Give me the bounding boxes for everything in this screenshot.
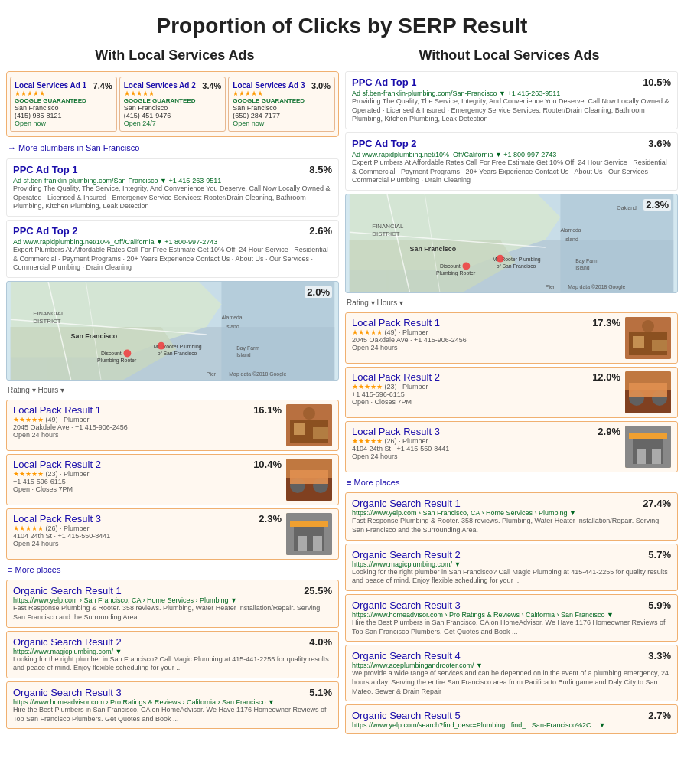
left-lp2-percent: 10.4% bbox=[253, 459, 282, 470]
lsa-ad-1-hours: Open now bbox=[15, 119, 112, 127]
svg-text:Island: Island bbox=[236, 353, 251, 358]
lsa-ad-1-phone: (415) 985-8121 bbox=[15, 112, 112, 119]
left-ppc-ad-1[interactable]: 8.5% PPC Ad Top 1 Ad sf.ben-franklin-plu… bbox=[6, 158, 339, 217]
lsa-ad-1-location: San Francisco bbox=[15, 104, 112, 112]
right-org3-url: https://www.homeadvisor.com › Pro Rating… bbox=[352, 611, 671, 619]
svg-rect-75 bbox=[652, 449, 661, 464]
right-lp1-hours: Open 24 hours bbox=[352, 344, 592, 351]
lsa-ad-3[interactable]: 3.0% Local Services Ad 3 ★★★★★ GOOGLE GU… bbox=[228, 77, 335, 132]
left-lp3-title: Local Pack Result 3 bbox=[13, 513, 259, 524]
right-local-pack-2[interactable]: Local Pack Result 2 ★★★★★ (23) · Plumber… bbox=[345, 367, 678, 418]
right-org5-title: Organic Search Result 5 bbox=[352, 710, 671, 721]
right-ppc-ad-1-percent: 10.5% bbox=[643, 77, 671, 88]
svg-rect-35 bbox=[298, 536, 307, 551]
more-plumbers-link[interactable]: → More plumbers in San Francisco bbox=[6, 140, 339, 155]
lsa-ad-3-badge: GOOGLE GUARANTEED bbox=[233, 97, 331, 104]
right-ppc-ad-2[interactable]: 3.6% PPC Ad Top 2 Ad www.rapidplumbing.n… bbox=[345, 132, 678, 191]
svg-point-58 bbox=[497, 255, 504, 263]
right-lp2-percent: 12.0% bbox=[592, 371, 620, 383]
left-organic-2[interactable]: 4.0% Organic Search Result 2 https://www… bbox=[6, 631, 339, 678]
right-org3-desc: Hire the Best Plumbers in San Francisco,… bbox=[352, 619, 671, 636]
svg-text:Plumbing Rooter: Plumbing Rooter bbox=[436, 270, 476, 276]
right-organic-4[interactable]: 3.3% Organic Search Result 4 https://www… bbox=[345, 645, 678, 701]
right-organic-2[interactable]: 5.7% Organic Search Result 2 https://www… bbox=[345, 544, 678, 591]
svg-text:Discount: Discount bbox=[440, 264, 461, 270]
lsa-ad-3-location: San Francisco bbox=[233, 104, 331, 112]
left-org3-title: Organic Search Result 3 bbox=[13, 687, 332, 698]
svg-text:Plumbing Rooter: Plumbing Rooter bbox=[97, 358, 137, 364]
right-local-pack-3[interactable]: Local Pack Result 3 ★★★★★ (26) · Plumber… bbox=[345, 421, 678, 472]
right-lp3-image bbox=[625, 426, 671, 468]
left-ppc-ad-1-percent: 8.5% bbox=[309, 164, 332, 175]
left-ppc-ad-2[interactable]: 2.6% PPC Ad Top 2 Ad www.rapidplumbing.n… bbox=[6, 220, 339, 278]
right-local-pack-1[interactable]: Local Pack Result 1 ★★★★★ (49) · Plumber… bbox=[345, 312, 678, 364]
right-org2-desc: Looking for the right plumber in San Fra… bbox=[352, 568, 671, 586]
lsa-ad-3-percent: 3.0% bbox=[311, 81, 331, 90]
left-rating-hours[interactable]: Rating ▾ Hours ▾ bbox=[6, 384, 339, 397]
right-lp1-address: 2045 Oakdale Ave · +1 415-906-2456 bbox=[352, 336, 592, 344]
right-more-places[interactable]: ≡ More places bbox=[345, 475, 678, 489]
right-organic-5[interactable]: 2.7% Organic Search Result 5 https://www… bbox=[345, 704, 678, 734]
svg-text:Pier: Pier bbox=[546, 284, 555, 289]
left-org1-desc: Fast Response Plumbing & Rooter. 358 rev… bbox=[13, 604, 332, 622]
svg-text:Island: Island bbox=[564, 237, 578, 242]
lsa-ad-1-percent: 7.4% bbox=[93, 81, 112, 90]
left-column-header: With Local Services Ads bbox=[24, 47, 325, 64]
right-org4-title: Organic Search Result 4 bbox=[352, 650, 671, 662]
right-organic-3[interactable]: 5.9% Organic Search Result 3 https://www… bbox=[345, 594, 678, 642]
lsa-ad-2-badge: GOOGLE GUARANTEED bbox=[124, 97, 222, 104]
svg-rect-26 bbox=[313, 427, 328, 439]
left-lp1-percent: 16.1% bbox=[253, 404, 282, 416]
right-org3-title: Organic Search Result 3 bbox=[352, 599, 671, 611]
right-lp1-image bbox=[625, 317, 671, 359]
left-local-pack-1[interactable]: Local Pack Result 1 ★★★★★ (49) · Plumber… bbox=[6, 400, 339, 451]
right-org3-percent: 5.9% bbox=[648, 599, 671, 611]
right-ppc-ad-2-url: Ad www.rapidplumbing.net/10%_Off/Califor… bbox=[352, 151, 671, 158]
svg-text:DISTRICT: DISTRICT bbox=[372, 230, 399, 237]
page-title: Proportion of Clicks by SERP Result bbox=[0, 0, 684, 44]
right-ppc-ad-1-desc: Providing The Quality, The Service, Inte… bbox=[352, 97, 671, 124]
left-map-percent: 2.0% bbox=[305, 286, 332, 298]
right-rating-hours[interactable]: Rating ▾ Hours ▾ bbox=[345, 296, 678, 309]
right-lp2-image bbox=[625, 371, 671, 413]
svg-text:Oakland: Oakland bbox=[617, 205, 637, 211]
left-map-card: FINANCIAL DISTRICT San Francisco Alameda… bbox=[6, 281, 339, 381]
lsa-ad-2-phone: (415) 451-9476 bbox=[124, 112, 222, 119]
left-lp3-address: 4104 24th St · +1 415-550-8441 bbox=[13, 532, 259, 540]
left-local-pack-3[interactable]: Local Pack Result 3 ★★★★★ (26) · Plumber… bbox=[6, 508, 339, 560]
left-org3-percent: 5.1% bbox=[309, 687, 332, 698]
svg-text:Bay Farm: Bay Farm bbox=[575, 258, 598, 264]
right-ppc-ad-2-percent: 3.6% bbox=[648, 138, 671, 149]
svg-point-20 bbox=[158, 342, 165, 350]
right-ppc-ad-1[interactable]: 10.5% PPC Ad Top 1 Ad sf.ben-franklin-pl… bbox=[345, 71, 678, 129]
left-lp1-address: 2045 Oakdale Ave · +1 415-906-2456 bbox=[13, 423, 253, 431]
left-lp3-image bbox=[286, 513, 332, 555]
right-org1-url: https://www.yelp.com › San Francisco, CA… bbox=[352, 509, 671, 517]
svg-text:DISTRICT: DISTRICT bbox=[33, 318, 60, 325]
svg-text:Discount: Discount bbox=[101, 351, 122, 357]
left-local-pack-2[interactable]: Local Pack Result 2 ★★★★★ (23) · Plumber… bbox=[6, 454, 339, 505]
svg-text:Bay Farm: Bay Farm bbox=[236, 345, 259, 351]
svg-rect-32 bbox=[290, 470, 328, 484]
right-lp3-title: Local Pack Result 3 bbox=[352, 426, 598, 437]
left-organic-3[interactable]: 5.1% Organic Search Result 3 https://www… bbox=[6, 681, 339, 729]
right-column: 10.5% PPC Ad Top 1 Ad sf.ben-franklin-pl… bbox=[345, 71, 678, 734]
right-organic-1[interactable]: 27.4% Organic Search Result 1 https://ww… bbox=[345, 492, 678, 540]
right-org4-desc: We provide a wide range of services and … bbox=[352, 669, 671, 696]
svg-rect-74 bbox=[637, 449, 646, 464]
svg-point-57 bbox=[463, 263, 471, 270]
right-ppc-ad-1-url: Ad sf.ben-franklin-plumbing.com/San-Fran… bbox=[352, 90, 671, 97]
lsa-ad-1[interactable]: 7.4% Local Services Ad 1 ★★★★★ GOOGLE GU… bbox=[10, 77, 117, 132]
lsa-ad-2[interactable]: 3.4% Local Services Ad 2 ★★★★★ GOOGLE GU… bbox=[119, 77, 226, 132]
left-org2-url: https://www.magicplumbing.com/ ▼ bbox=[13, 648, 332, 655]
left-organic-1[interactable]: 25.5% Organic Search Result 1 https://ww… bbox=[6, 580, 339, 627]
left-lp2-hours: Open · Closes 7PM bbox=[13, 485, 253, 493]
left-ppc-ad-2-title: PPC Ad Top 2 bbox=[13, 225, 332, 237]
left-ppc-ad-2-percent: 2.6% bbox=[309, 225, 332, 237]
left-lp1-title: Local Pack Result 1 bbox=[13, 404, 253, 416]
right-lp1-title: Local Pack Result 1 bbox=[352, 317, 592, 328]
svg-rect-36 bbox=[313, 536, 322, 551]
left-more-places[interactable]: ≡ More places bbox=[6, 563, 339, 577]
left-lp3-hours: Open 24 hours bbox=[13, 540, 259, 547]
svg-text:San Francisco: San Francisco bbox=[71, 332, 118, 340]
